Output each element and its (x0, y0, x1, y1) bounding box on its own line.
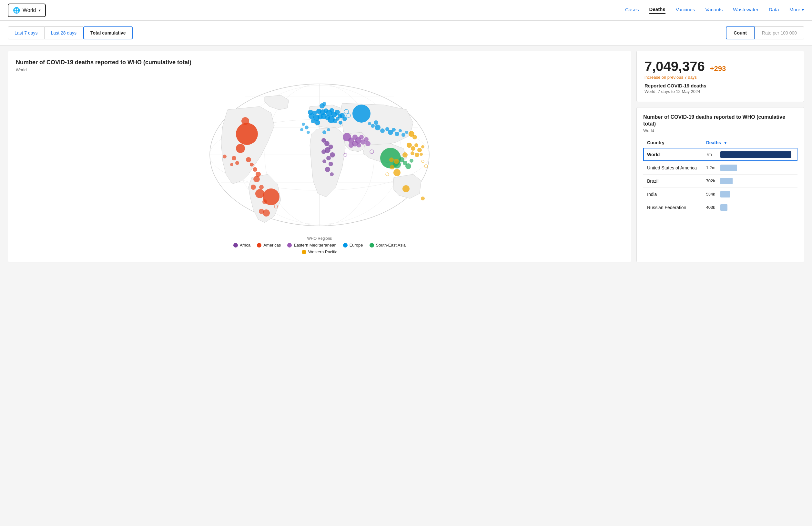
legend-europe: Europe (343, 243, 363, 248)
metric-count[interactable]: Count (726, 27, 754, 39)
svg-point-101 (302, 122, 305, 126)
svg-point-113 (246, 157, 251, 162)
metric-rate[interactable]: Rate per 100 000 (755, 27, 804, 39)
stats-card: 7,049,376 +293 increase on previous 7 da… (636, 51, 804, 102)
chevron-down-icon: ▾ (39, 8, 41, 13)
svg-point-110 (232, 156, 236, 160)
svg-point-35 (336, 117, 339, 121)
svg-point-107 (368, 122, 371, 125)
svg-point-48 (380, 129, 385, 133)
svg-point-14 (255, 189, 264, 198)
svg-point-100 (389, 158, 394, 162)
time-tabs: Last 7 days Last 28 days Total cumulativ… (8, 27, 133, 39)
svg-point-60 (405, 163, 411, 169)
svg-point-95 (421, 196, 425, 200)
table-scroll[interactable]: Country Deaths ▼ World7mUnited States of… (643, 137, 797, 214)
table-deaths-cell: 7m (702, 148, 797, 161)
svg-point-106 (371, 124, 375, 128)
map-title: Number of COVID-19 deaths reported to WH… (16, 59, 623, 66)
nav-data[interactable]: Data (769, 7, 779, 14)
table-card-title: Number of COVID-19 deaths reported to WH… (643, 114, 797, 128)
svg-point-10 (236, 123, 258, 145)
legend-americas-label: Americas (263, 243, 281, 248)
svg-point-124 (424, 164, 427, 168)
europe-dot (343, 243, 348, 248)
table-country-cell: Brazil (643, 174, 702, 188)
nav-cases[interactable]: Cases (625, 7, 639, 14)
svg-point-78 (330, 152, 335, 158)
table-deaths-cell: 534k (702, 188, 797, 201)
svg-point-122 (386, 173, 389, 176)
nav-variants[interactable]: Variants (705, 7, 723, 14)
svg-point-99 (394, 159, 399, 164)
svg-point-49 (385, 127, 389, 131)
nav-vaccines[interactable]: Vaccines (676, 7, 695, 14)
svg-point-44 (308, 110, 313, 115)
table-country-cell: World (643, 148, 702, 161)
table-card-sub: World (643, 128, 797, 133)
svg-point-53 (398, 129, 402, 132)
filter-bar: Last 7 days Last 28 days Total cumulativ… (0, 21, 812, 45)
world-map-svg (16, 77, 623, 232)
svg-point-61 (409, 159, 414, 163)
stats-meta: World, 7 days to 12 May 2024 (644, 89, 796, 94)
svg-point-115 (253, 167, 257, 172)
legend-africa: Africa (233, 243, 250, 248)
stats-change: +293 (710, 64, 726, 73)
col-deaths[interactable]: Deaths ▼ (702, 137, 797, 148)
svg-point-90 (415, 152, 419, 157)
legend-sea-label: South-East Asia (376, 243, 406, 248)
svg-point-91 (420, 152, 423, 156)
svg-point-87 (417, 148, 422, 152)
svg-point-88 (421, 145, 424, 148)
svg-point-89 (410, 151, 415, 155)
nav-wastewater[interactable]: Wastewater (733, 7, 758, 14)
legend-items-2: Western Pacific (16, 249, 623, 254)
legend-europe-label: Europe (349, 243, 363, 248)
tab-last-7-days[interactable]: Last 7 days (8, 27, 45, 39)
world-selector[interactable]: 🌐 World ▾ (8, 3, 46, 17)
header: 🌐 World ▾ Cases Deaths Vaccines Variants… (0, 0, 812, 21)
svg-point-17 (259, 209, 264, 214)
svg-point-55 (405, 131, 408, 134)
svg-point-40 (338, 121, 343, 125)
main-content: Number of COVID-19 deaths reported to WH… (0, 45, 812, 267)
world-label: World (23, 8, 36, 13)
legend-eastern-med-label: Eastern Mediterranean (294, 243, 336, 248)
svg-point-82 (325, 167, 330, 172)
table-card: Number of COVID-19 deaths reported to WH… (636, 107, 804, 262)
sea-dot (369, 243, 374, 248)
stats-number: 7,049,376 (644, 59, 705, 74)
svg-point-93 (412, 135, 417, 140)
svg-point-47 (375, 125, 380, 130)
table-country-cell: United States of America (643, 161, 702, 174)
right-panel: 7,049,376 +293 increase on previous 7 da… (636, 51, 804, 262)
svg-point-118 (251, 185, 256, 190)
main-nav: Cases Deaths Vaccines Variants Wastewate… (625, 6, 804, 14)
table-deaths-cell: 702k (702, 174, 797, 188)
svg-point-116 (256, 172, 261, 177)
col-country[interactable]: Country (643, 137, 702, 148)
table-country-cell: India (643, 188, 702, 201)
nav-more[interactable]: More ▾ (789, 7, 804, 14)
svg-point-86 (415, 143, 418, 147)
tab-total-cumulative[interactable]: Total cumulative (83, 27, 133, 39)
stats-number-row: 7,049,376 +293 (644, 59, 796, 74)
svg-point-105 (374, 120, 378, 125)
map-subtitle: World (16, 68, 623, 72)
svg-point-81 (329, 162, 333, 166)
svg-point-43 (322, 102, 326, 106)
svg-point-83 (330, 172, 334, 176)
svg-point-69 (357, 143, 361, 147)
svg-point-51 (392, 128, 396, 132)
data-table: Country Deaths ▼ World7mUnited States of… (643, 137, 797, 214)
svg-point-104 (307, 131, 310, 134)
svg-point-102 (305, 126, 308, 129)
tab-last-28-days[interactable]: Last 28 days (45, 27, 83, 39)
nav-deaths[interactable]: Deaths (649, 6, 666, 14)
svg-point-39 (315, 120, 320, 125)
africa-dot (233, 243, 238, 248)
legend-eastern-med: Eastern Mediterranean (287, 243, 336, 248)
svg-point-79 (326, 156, 331, 160)
svg-point-41 (352, 105, 371, 122)
